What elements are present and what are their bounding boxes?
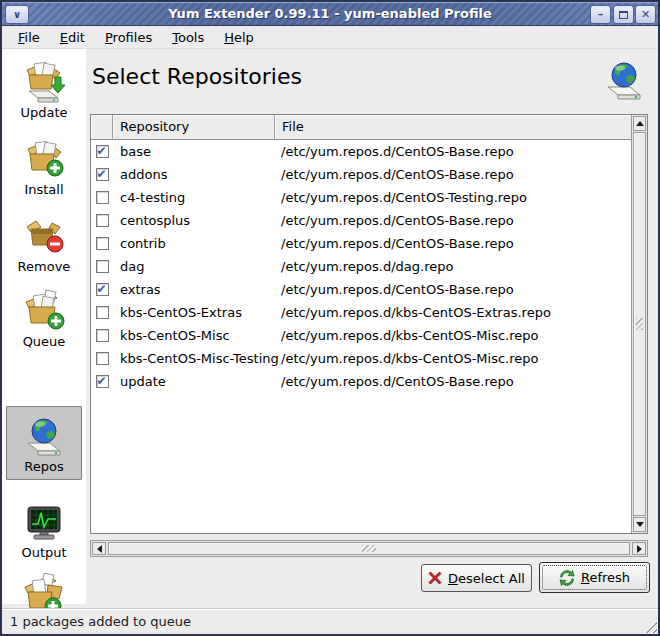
scroll-down-button[interactable]	[633, 517, 646, 532]
scrollbar-grip-icon	[362, 545, 376, 552]
minimize-button[interactable]: –	[590, 5, 611, 24]
statusbar: 1 packages added to queue	[2, 608, 658, 634]
repo-checkbox[interactable]	[96, 306, 109, 319]
output-icon	[22, 500, 66, 544]
sidebar-label-queue: Queue	[4, 334, 84, 349]
red-x-icon	[428, 571, 442, 585]
window-title: Yum Extender 0.99.11 - yum-enabled Profi…	[2, 3, 658, 25]
repo-checkbox[interactable]	[96, 283, 109, 296]
table-row[interactable]: centosplus /etc/yum.repos.d/CentOS-Base.…	[91, 209, 631, 232]
table-row[interactable]: c4-testing /etc/yum.repos.d/CentOS-Testi…	[91, 186, 631, 209]
repo-file: /etc/yum.repos.d/kbs-CentOS-Misc.repo	[275, 328, 631, 343]
repo-file: /etc/yum.repos.d/kbs-CentOS-Extras.repo	[275, 305, 631, 320]
repo-checkbox[interactable]	[96, 375, 109, 388]
arrow-right-icon	[637, 545, 642, 553]
menubar: File Edit Profiles Tools Help	[2, 27, 658, 49]
deselect-all-button[interactable]: Deselect All	[421, 564, 532, 592]
titlebar[interactable]: ∨ Yum Extender 0.99.11 - yum-enabled Pro…	[2, 2, 658, 26]
sidebar: Update Install Remove	[2, 49, 86, 604]
refresh-button[interactable]: Refresh	[539, 562, 650, 593]
refresh-label: Refresh	[581, 570, 630, 585]
status-text: 1 packages added to queue	[10, 614, 191, 629]
repo-file: /etc/yum.repos.d/CentOS-Base.repo	[275, 282, 631, 297]
repo-name: centosplus	[113, 213, 275, 228]
vertical-scrollbar[interactable]	[631, 115, 647, 533]
sidebar-item-remove[interactable]: Remove	[4, 214, 84, 274]
repos-icon	[22, 414, 66, 458]
queue-icon	[22, 289, 66, 333]
page-title: Select Repositories	[92, 64, 302, 89]
sidebar-item-queue[interactable]: Queue	[4, 289, 84, 349]
table-row[interactable]: addons /etc/yum.repos.d/CentOS-Base.repo	[91, 163, 631, 186]
window-menu-button[interactable]: ∨	[5, 5, 29, 24]
sidebar-item-repos[interactable]: Repos	[6, 406, 82, 480]
column-header-checkbox[interactable]	[91, 115, 113, 140]
table-row[interactable]: dag /etc/yum.repos.d/dag.repo	[91, 255, 631, 278]
scroll-left-button[interactable]	[92, 542, 106, 555]
repo-name: update	[113, 374, 275, 389]
scroll-right-button[interactable]	[632, 542, 646, 555]
table-row[interactable]: contrib /etc/yum.repos.d/CentOS-Base.rep…	[91, 232, 631, 255]
yum-extender-window: ∨ Yum Extender 0.99.11 - yum-enabled Pro…	[0, 0, 660, 636]
repo-name: kbs-CentOS-Misc	[113, 328, 275, 343]
arrow-left-icon	[97, 545, 102, 553]
horizontal-scrollbar[interactable]	[90, 540, 648, 557]
update-icon	[22, 60, 66, 104]
arrow-down-icon	[636, 522, 644, 527]
repo-name: extras	[113, 282, 275, 297]
repo-checkbox[interactable]	[96, 237, 109, 250]
repository-globe-icon	[602, 58, 646, 102]
sidebar-item-update[interactable]: Update	[4, 60, 84, 120]
repo-name: addons	[113, 167, 275, 182]
horizontal-scrollbar-thumb[interactable]	[108, 542, 630, 555]
repo-checkbox[interactable]	[96, 168, 109, 181]
sidebar-label-output: Output	[4, 545, 84, 560]
menu-edit[interactable]: Edit	[50, 27, 95, 48]
repo-checkbox[interactable]	[96, 329, 109, 342]
repo-table-body: base /etc/yum.repos.d/CentOS-Base.repo a…	[91, 140, 631, 533]
repo-file: /etc/yum.repos.d/CentOS-Base.repo	[275, 213, 631, 228]
repo-file: /etc/yum.repos.d/CentOS-Base.repo	[275, 167, 631, 182]
maximize-icon	[619, 11, 628, 19]
menu-file[interactable]: File	[8, 27, 50, 48]
close-button[interactable]: ✕	[635, 5, 656, 24]
repo-checkbox[interactable]	[96, 260, 109, 273]
scrollbar-grip-icon	[636, 318, 643, 330]
repo-file: /etc/yum.repos.d/CentOS-Base.repo	[275, 144, 631, 159]
repository-table: Repository File base /etc/yum.repos.d/Ce…	[90, 114, 648, 534]
table-row[interactable]: extras /etc/yum.repos.d/CentOS-Base.repo	[91, 278, 631, 301]
maximize-button[interactable]	[613, 5, 634, 24]
repo-file: /etc/yum.repos.d/dag.repo	[275, 259, 631, 274]
sidebar-label-install: Install	[4, 182, 84, 197]
sidebar-item-install[interactable]: Install	[4, 137, 84, 197]
table-row[interactable]: kbs-CentOS-Misc /etc/yum.repos.d/kbs-Cen…	[91, 324, 631, 347]
scroll-up-button[interactable]	[633, 116, 646, 131]
table-row[interactable]: update /etc/yum.repos.d/CentOS-Base.repo	[91, 370, 631, 393]
repo-name: contrib	[113, 236, 275, 251]
repo-checkbox[interactable]	[96, 352, 109, 365]
vertical-scrollbar-thumb[interactable]	[633, 132, 646, 516]
column-header-repository[interactable]: Repository	[113, 115, 275, 140]
repo-file: /etc/yum.repos.d/CentOS-Base.repo	[275, 374, 631, 389]
column-header-file[interactable]: File	[275, 115, 631, 140]
table-row[interactable]: kbs-CentOS-Extras /etc/yum.repos.d/kbs-C…	[91, 301, 631, 324]
menu-tools[interactable]: Tools	[162, 27, 214, 48]
repo-checkbox[interactable]	[96, 191, 109, 204]
repo-name: kbs-CentOS-Extras	[113, 305, 275, 320]
table-row[interactable]: base /etc/yum.repos.d/CentOS-Base.repo	[91, 140, 631, 163]
refresh-icon	[559, 570, 575, 586]
repo-file: /etc/yum.repos.d/CentOS-Testing.repo	[275, 190, 631, 205]
resize-grip[interactable]	[640, 616, 657, 633]
table-header: Repository File	[91, 115, 631, 140]
arrow-up-icon	[636, 121, 644, 126]
repo-file: /etc/yum.repos.d/kbs-CentOS-Misc.repo	[275, 351, 631, 366]
menu-help[interactable]: Help	[214, 27, 264, 48]
sidebar-item-output[interactable]: Output	[4, 500, 84, 560]
sidebar-label-remove: Remove	[4, 259, 84, 274]
repo-checkbox[interactable]	[96, 214, 109, 227]
deselect-all-label: Deselect All	[448, 571, 525, 586]
table-row[interactable]: kbs-CentOS-Misc-Testing /etc/yum.repos.d…	[91, 347, 631, 370]
menu-profiles[interactable]: Profiles	[95, 27, 162, 48]
repo-checkbox[interactable]	[96, 145, 109, 158]
install-icon	[22, 137, 66, 181]
